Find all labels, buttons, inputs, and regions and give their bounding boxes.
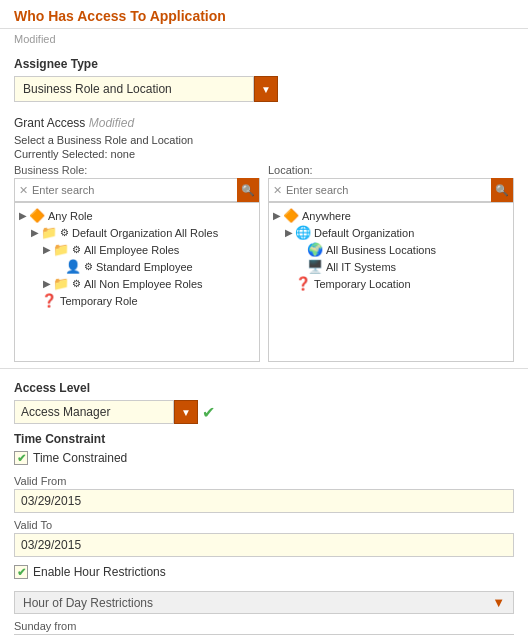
tree-item-temporary-role[interactable]: ▶ ❓ Temporary Role: [19, 292, 255, 309]
business-role-search-input[interactable]: [32, 184, 237, 196]
tree-item-all-business-locations[interactable]: ▶ 🌍 All Business Locations: [273, 241, 509, 258]
business-role-tree: ▶ 🔶 Any Role ▶ 📁 ⚙ Default Organization …: [14, 202, 260, 362]
assignee-dropdown-row: Business Role and Location ▼: [14, 76, 514, 102]
tree-item-all-employee-roles[interactable]: ▶ 📁 ⚙ All Employee Roles: [19, 241, 255, 258]
business-role-search-row: ✕ 🔍: [14, 178, 260, 202]
enable-hour-restrictions-row: ✔ Enable Hour Restrictions: [14, 565, 514, 579]
page-header: Who Has Access To Application: [0, 0, 528, 29]
tree-item-all-it-systems[interactable]: ▶ 🖥️ All IT Systems: [273, 258, 509, 275]
valid-to-input[interactable]: [14, 533, 514, 557]
page-title: Who Has Access To Application: [14, 8, 514, 24]
valid-from-input[interactable]: [14, 489, 514, 513]
gear-icon: ⚙: [60, 227, 69, 238]
search-icon: 🔍: [495, 184, 509, 197]
hour-restrictions-section: Hour of Day Restrictions ▼: [0, 587, 528, 618]
access-level-dropdown-row: Access Manager ▼ ✔: [14, 400, 514, 424]
valid-from-label: Valid From: [14, 475, 514, 487]
business-role-col-label: Business Role:: [14, 164, 260, 176]
chevron-down-icon: ▼: [181, 407, 191, 418]
grant-access-header: Grant Access Modified: [14, 116, 514, 130]
anywhere-icon: 🔶: [283, 208, 299, 223]
enable-hour-restrictions-section: ✔ Enable Hour Restrictions: [0, 561, 528, 587]
select-info-line2: Currently Selected: none: [14, 148, 514, 160]
time-constrained-checkbox[interactable]: ✔: [14, 451, 28, 465]
gear4-icon: ⚙: [72, 278, 81, 289]
globe-icon: 🌐: [295, 225, 311, 240]
tree-item-temporary-location[interactable]: ▶ ❓ Temporary Location: [273, 275, 509, 292]
business-role-search-btn[interactable]: 🔍: [237, 178, 259, 202]
time-constraint-label: Time Constraint: [14, 432, 514, 446]
enable-hour-restrictions-checkbox[interactable]: ✔: [14, 565, 28, 579]
expand-icon: ▶: [19, 210, 27, 221]
user-icon: 👤: [65, 259, 81, 274]
assignee-dropdown-btn[interactable]: ▼: [254, 76, 278, 102]
location-column: Location: ✕ 🔍 ▶ 🔶 Anywhere: [268, 164, 514, 362]
modified-label: Modified: [0, 29, 528, 49]
valid-to-section: Valid To: [0, 517, 528, 561]
tree-item-any-role[interactable]: ▶ 🔶 Any Role: [19, 207, 255, 224]
location-col-label: Location:: [268, 164, 514, 176]
expand-icon: ▶: [273, 210, 281, 221]
location-search-row: ✕ 🔍: [268, 178, 514, 202]
question2-icon: ❓: [295, 276, 311, 291]
expand-icon: ▶: [43, 244, 51, 255]
gear3-icon: ⚙: [84, 261, 93, 272]
time-constrained-row: ✔ Time Constrained: [14, 451, 514, 465]
location-search-btn[interactable]: 🔍: [491, 178, 513, 202]
location-search-input[interactable]: [286, 184, 491, 196]
business-role-column: Business Role: ✕ 🔍 ▶ 🔶 Any Role: [14, 164, 260, 362]
hour-restrictions-header[interactable]: Hour of Day Restrictions ▼: [14, 591, 514, 614]
assignee-type-select[interactable]: Business Role and Location: [14, 76, 254, 102]
location-tree: ▶ 🔶 Anywhere ▶ 🌐 Default Organization ▶ …: [268, 202, 514, 362]
tree-item-standard-employee[interactable]: ▶ 👤 ⚙ Standard Employee: [19, 258, 255, 275]
tree-item-anywhere[interactable]: ▶ 🔶 Anywhere: [273, 207, 509, 224]
computer-icon: 🖥️: [307, 259, 323, 274]
expand-icon: ▶: [43, 278, 51, 289]
search-icon: 🔍: [241, 184, 255, 197]
access-level-label: Access Level: [14, 381, 514, 395]
hour-restrictions-label: Hour of Day Restrictions: [23, 596, 153, 610]
expand-icon: ▶: [31, 227, 39, 238]
chevron-down-icon: ▼: [261, 84, 271, 95]
earth-icon: 🌍: [307, 242, 323, 257]
tree-item-default-org-all-roles[interactable]: ▶ 📁 ⚙ Default Organization All Roles: [19, 224, 255, 241]
folder-emp-icon: 📁: [53, 242, 69, 257]
grant-access-section: Grant Access Modified Select a Business …: [0, 110, 528, 362]
hour-restrictions-arrow: ▼: [492, 595, 505, 610]
clear-location-icon[interactable]: ✕: [269, 184, 286, 197]
any-role-icon: 🔶: [29, 208, 45, 223]
sunday-from-label: Sunday from: [14, 620, 514, 632]
tree-item-default-org[interactable]: ▶ 🌐 Default Organization: [273, 224, 509, 241]
folder-org-icon: 📁: [41, 225, 57, 240]
role-location-columns: Business Role: ✕ 🔍 ▶ 🔶 Any Role: [14, 164, 514, 362]
gear2-icon: ⚙: [72, 244, 81, 255]
tree-item-all-non-employee-roles[interactable]: ▶ 📁 ⚙ All Non Employee Roles: [19, 275, 255, 292]
valid-to-label: Valid To: [14, 519, 514, 531]
clear-business-role-icon[interactable]: ✕: [15, 184, 32, 197]
access-level-check: ✔: [202, 403, 215, 422]
sunday-section: Sunday from: [0, 618, 528, 635]
assignee-type-label: Assignee Type: [14, 57, 514, 71]
folder-non-emp-icon: 📁: [53, 276, 69, 291]
assignee-type-section: Assignee Type Business Role and Location…: [0, 49, 528, 110]
time-constrained-checkbox-label: Time Constrained: [33, 451, 127, 465]
expand-icon: ▶: [285, 227, 293, 238]
access-level-section: Access Level Access Manager ▼ ✔: [0, 375, 528, 428]
access-level-select[interactable]: Access Manager: [14, 400, 174, 424]
access-level-dropdown-btn[interactable]: ▼: [174, 400, 198, 424]
time-constraint-section: Time Constraint ✔ Time Constrained: [0, 428, 528, 473]
valid-from-section: Valid From: [0, 473, 528, 517]
question-icon: ❓: [41, 293, 57, 308]
select-info-line1: Select a Business Role and Location: [14, 134, 514, 146]
grant-access-modified: Modified: [89, 116, 134, 130]
enable-hour-restrictions-label: Enable Hour Restrictions: [33, 565, 166, 579]
